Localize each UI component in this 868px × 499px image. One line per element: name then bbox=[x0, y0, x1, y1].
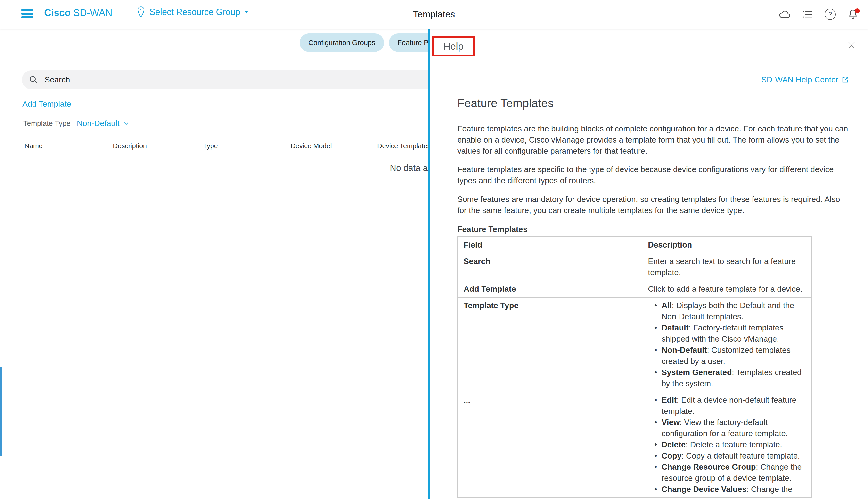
template-type-label: Template Type bbox=[23, 119, 71, 127]
help-panel-title: Help bbox=[444, 41, 463, 52]
table-row: Search Enter a search text to search for… bbox=[458, 253, 812, 281]
nav-drawer-scrollbar[interactable] bbox=[0, 367, 2, 456]
template-type-options-list: All: Displays both the Default and the N… bbox=[648, 300, 806, 389]
list-item: Edit: Edit a device non-default feature … bbox=[654, 394, 806, 417]
notifications-bell-icon[interactable] bbox=[847, 8, 859, 21]
external-link-icon bbox=[841, 76, 849, 84]
vmanage-templates-screen: Configuration Groups Feature Profiles Se… bbox=[0, 0, 868, 499]
list-item: Default: Factory-default templates shipp… bbox=[654, 322, 806, 344]
topbar-icons: ? bbox=[778, 0, 859, 28]
help-table-title: Feature Templates bbox=[457, 224, 849, 235]
table-row: Add Template Click to add a feature temp… bbox=[458, 281, 812, 297]
table-row: ... Edit: Edit a device non-default feat… bbox=[458, 392, 812, 498]
list-item: System Generated: Templates created by t… bbox=[654, 367, 806, 389]
list-item: All: Displays both the Default and the N… bbox=[654, 300, 806, 322]
list-item: Change Resource Group: Change the resour… bbox=[654, 461, 806, 484]
column-header-type[interactable]: Type bbox=[203, 142, 218, 150]
table-row: Template Type All: Displays both the Def… bbox=[458, 297, 812, 392]
template-type-filter: Template Type Non-Default bbox=[23, 119, 130, 128]
close-icon[interactable] bbox=[847, 40, 856, 50]
help-heading: Feature Templates bbox=[457, 97, 849, 110]
list-item: Non-Default: Customized templates create… bbox=[654, 344, 806, 367]
help-panel: Help SD-WAN Help Center Featu bbox=[428, 28, 868, 499]
tab-configuration-groups[interactable]: Configuration Groups bbox=[300, 34, 384, 52]
notification-badge bbox=[855, 9, 860, 13]
logo-sdwan: SD-WAN bbox=[73, 7, 112, 18]
template-type-value: Non-Default bbox=[77, 119, 120, 128]
sdwan-help-center-link[interactable]: SD-WAN Help Center bbox=[761, 75, 849, 84]
page-title: Templates bbox=[0, 0, 868, 28]
resource-group-label: Select Resource Group bbox=[149, 7, 240, 17]
help-title-annotation-box: Help bbox=[432, 36, 474, 57]
help-table-header-row: Field Description bbox=[458, 237, 812, 253]
help-icon[interactable]: ? bbox=[824, 8, 836, 21]
list-item: Change Device Values: Change the bbox=[654, 484, 806, 495]
help-paragraph: Feature templates are the building block… bbox=[457, 123, 849, 157]
caret-down-icon bbox=[243, 10, 249, 15]
logo-cisco: Cisco bbox=[44, 7, 71, 18]
row-actions-list: Edit: Edit a device non-default feature … bbox=[648, 394, 806, 495]
add-template-button[interactable]: Add Template bbox=[22, 99, 71, 109]
column-header-name[interactable]: Name bbox=[24, 142, 43, 150]
list-item: Delete: Delete a feature template. bbox=[654, 439, 806, 450]
column-header-device-templates[interactable]: Device Templates bbox=[377, 142, 431, 150]
top-app-bar: Cisco SD-WAN Select Resource Group Templ… bbox=[0, 0, 868, 29]
search-placeholder: Search bbox=[45, 75, 70, 84]
cloud-icon[interactable] bbox=[778, 8, 791, 21]
list-item: View: View the factory-default configura… bbox=[654, 417, 806, 439]
resource-group-selector[interactable]: Select Resource Group bbox=[136, 6, 249, 19]
help-panel-header: Help bbox=[430, 28, 868, 65]
template-type-dropdown[interactable]: Non-Default bbox=[77, 119, 130, 128]
task-list-icon[interactable] bbox=[801, 8, 813, 21]
help-table-header-description: Description bbox=[642, 237, 812, 253]
help-table-header-field: Field bbox=[458, 237, 642, 253]
location-pin-icon bbox=[136, 6, 146, 19]
cisco-sdwan-logo: Cisco SD-WAN bbox=[44, 7, 112, 18]
chevron-down-icon bbox=[122, 120, 130, 127]
help-table: Field Description Search Enter a search … bbox=[457, 236, 812, 498]
search-icon bbox=[29, 75, 38, 85]
help-paragraph: Some features are mandatory for device o… bbox=[457, 194, 849, 216]
column-header-description[interactable]: Description bbox=[113, 142, 147, 150]
list-item: Copy: Copy a default feature template. bbox=[654, 450, 806, 461]
help-panel-body: SD-WAN Help Center Feature Templates Fea… bbox=[430, 65, 868, 499]
help-paragraph: Feature templates are specific to the ty… bbox=[457, 164, 849, 186]
nav-drawer-scrollbar-track bbox=[3, 370, 3, 452]
column-header-device-model[interactable]: Device Model bbox=[291, 142, 332, 150]
menu-icon[interactable] bbox=[21, 9, 33, 20]
